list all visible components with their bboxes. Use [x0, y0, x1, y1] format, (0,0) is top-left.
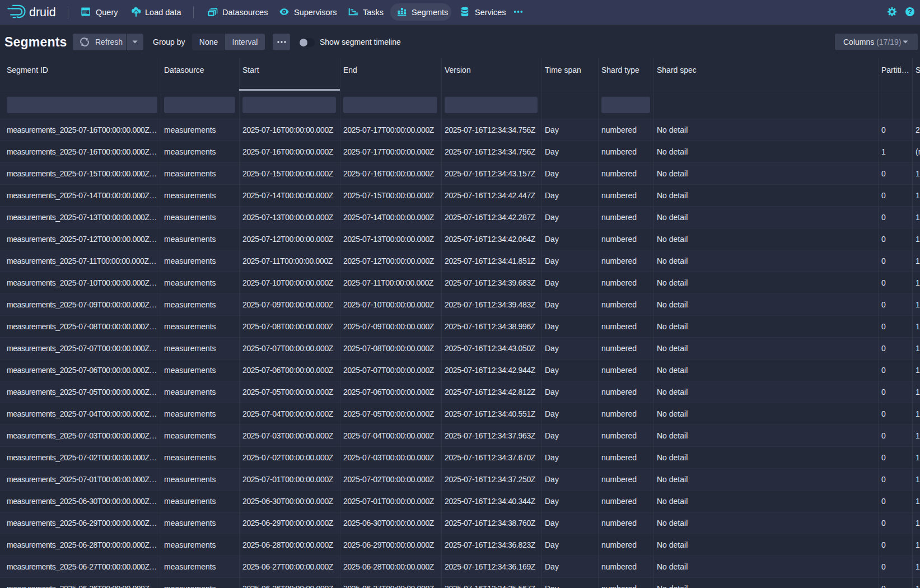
- svg-text:?: ?: [908, 8, 912, 16]
